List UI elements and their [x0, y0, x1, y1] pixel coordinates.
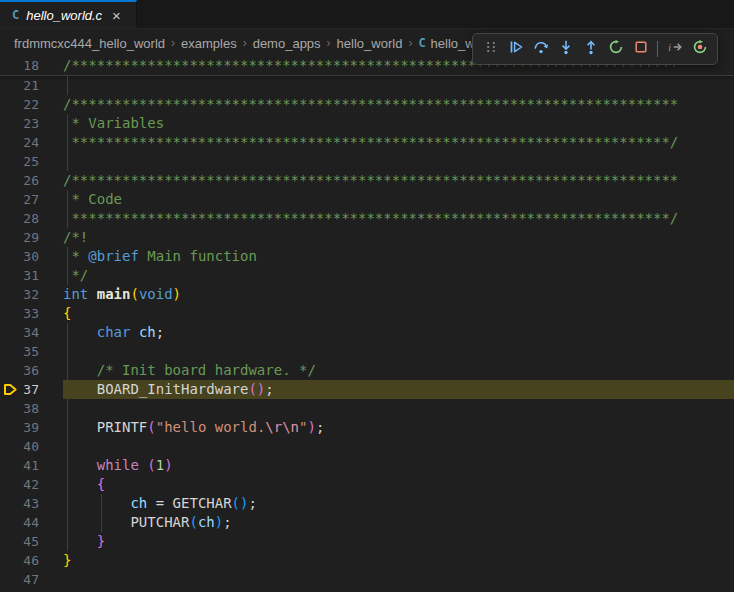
code-line-31[interactable]: 31 */	[0, 266, 734, 285]
code-text: }	[63, 552, 71, 568]
code-line-44[interactable]: 44 PUTCHAR(ch);	[0, 513, 734, 532]
code-line-24[interactable]: 24 *************************************…	[0, 133, 734, 152]
code-line-45[interactable]: 45 }	[0, 532, 734, 551]
code-line-23[interactable]: 23 * Variables	[0, 114, 734, 133]
code-line-21[interactable]: 21	[0, 76, 734, 95]
reset-device-button[interactable]	[687, 37, 712, 61]
reset-device-icon	[692, 39, 708, 59]
gutter-line-44[interactable]: 44	[0, 513, 63, 532]
code-line-46[interactable]: 46}	[0, 551, 734, 570]
code-line-33[interactable]: 33{	[0, 304, 734, 323]
gutter-line-21[interactable]: 21	[0, 76, 63, 95]
line-number: 35	[0, 342, 63, 361]
drag-handle[interactable]	[478, 37, 503, 61]
breadcrumb-item-demo_apps[interactable]: demo_apps	[253, 36, 321, 51]
gutter-line-18[interactable]: 18	[0, 56, 63, 75]
code-line-34[interactable]: 34 char ch;	[0, 323, 734, 342]
gutter-line-28[interactable]: 28	[0, 209, 63, 228]
breadcrumb-item-examples[interactable]: examples	[181, 36, 237, 51]
indent-guide	[67, 342, 68, 361]
code-text: */	[63, 267, 88, 283]
close-tab-icon[interactable]: ×	[109, 7, 124, 24]
gutter-line-33[interactable]: 33	[0, 304, 63, 323]
debug-current-line-arrow-icon	[3, 382, 18, 397]
code-text: /*!	[63, 229, 88, 245]
breadcrumb-item-hello_world[interactable]: hello_world	[337, 36, 403, 51]
code-line-41[interactable]: 41 while (1)	[0, 456, 734, 475]
line-number: 40	[0, 437, 63, 456]
code-line-38[interactable]: 38	[0, 399, 734, 418]
gutter-line-35[interactable]: 35	[0, 342, 63, 361]
c-language-icon: C	[12, 8, 19, 22]
line-number: 26	[0, 171, 63, 190]
gutter-line-23[interactable]: 23	[0, 114, 63, 133]
step-out-icon	[583, 39, 599, 59]
gutter-line-25[interactable]: 25	[0, 152, 63, 171]
code-line-40[interactable]: 40	[0, 437, 734, 456]
gutter-line-32[interactable]: 32	[0, 285, 63, 304]
code-line-25[interactable]: 25	[0, 152, 734, 171]
stop-button[interactable]	[628, 37, 653, 61]
gutter-line-42[interactable]: 42	[0, 475, 63, 494]
gutter-line-27[interactable]: 27	[0, 190, 63, 209]
code-line-28[interactable]: 28 *************************************…	[0, 209, 734, 228]
gutter-line-26[interactable]: 26	[0, 171, 63, 190]
code-text: /* Init board hardware. */	[63, 362, 316, 378]
continue-button[interactable]	[503, 37, 528, 61]
restart-icon	[608, 39, 624, 59]
gutter-line-36[interactable]: 36	[0, 361, 63, 380]
code-text: ****************************************…	[63, 134, 678, 150]
gutter-line-47[interactable]: 47	[0, 570, 63, 589]
gutter-line-40[interactable]: 40	[0, 437, 63, 456]
code-line-35[interactable]: 35	[0, 342, 734, 361]
code-text: * Variables	[63, 115, 164, 131]
code-line-42[interactable]: 42 {	[0, 475, 734, 494]
gutter-line-37[interactable]: 37	[0, 380, 63, 399]
gutter-line-31[interactable]: 31	[0, 266, 63, 285]
gutter-line-34[interactable]: 34	[0, 323, 63, 342]
code-line-29[interactable]: 29/*!	[0, 228, 734, 247]
code-line-30[interactable]: 30 * @brief Main function	[0, 247, 734, 266]
code-line-47[interactable]: 47	[0, 570, 734, 589]
gutter-line-29[interactable]: 29	[0, 228, 63, 247]
line-number: 45	[0, 532, 63, 551]
indent-guide	[67, 399, 68, 418]
gutter-line-38[interactable]: 38	[0, 399, 63, 418]
line-number: 24	[0, 133, 63, 152]
code-text: ch = GETCHAR();	[63, 495, 257, 511]
code-line-39[interactable]: 39 PRINTF("hello world.\r\n");	[0, 418, 734, 437]
step-over-button[interactable]	[528, 37, 553, 61]
code-line-37[interactable]: 37 BOARD_InitHardware();	[0, 380, 734, 399]
tab-hello-world-c[interactable]: C hello_world.c ×	[0, 0, 137, 28]
breadcrumb-item-frdmmcxc444_hello_world[interactable]: frdmmcxc444_hello_world	[14, 36, 165, 51]
code-area[interactable]: 18/*************************************…	[0, 56, 734, 592]
line-number: 42	[0, 475, 63, 494]
restart-button[interactable]	[603, 37, 628, 61]
code-line-26[interactable]: 26/*************************************…	[0, 171, 734, 190]
gutter-line-24[interactable]: 24	[0, 133, 63, 152]
step-over-instruction-button[interactable]: i	[662, 37, 687, 61]
gutter-line-39[interactable]: 39	[0, 418, 63, 437]
line-number: 22	[0, 95, 63, 114]
chevron-right-icon: ›	[243, 36, 247, 50]
step-out-button[interactable]	[578, 37, 603, 61]
code-line-27[interactable]: 27 * Code	[0, 190, 734, 209]
gutter-line-43[interactable]: 43	[0, 494, 63, 513]
code-line-22[interactable]: 22/*************************************…	[0, 95, 734, 114]
code-line-32[interactable]: 32int main(void)	[0, 285, 734, 304]
step-into-button[interactable]	[553, 37, 578, 61]
line-number: 28	[0, 209, 63, 228]
line-number: 38	[0, 399, 63, 418]
code-line-36[interactable]: 36 /* Init board hardware. */	[0, 361, 734, 380]
gutter-line-41[interactable]: 41	[0, 456, 63, 475]
tab-title: hello_world.c	[26, 8, 102, 23]
debug-toolbar: i	[472, 33, 718, 65]
gutter-line-22[interactable]: 22	[0, 95, 63, 114]
stop-icon	[633, 39, 649, 59]
code-text: while (1)	[63, 457, 173, 473]
line-number: 23	[0, 114, 63, 133]
code-line-43[interactable]: 43 ch = GETCHAR();	[0, 494, 734, 513]
gutter-line-30[interactable]: 30	[0, 247, 63, 266]
gutter-line-46[interactable]: 46	[0, 551, 63, 570]
gutter-line-45[interactable]: 45	[0, 532, 63, 551]
